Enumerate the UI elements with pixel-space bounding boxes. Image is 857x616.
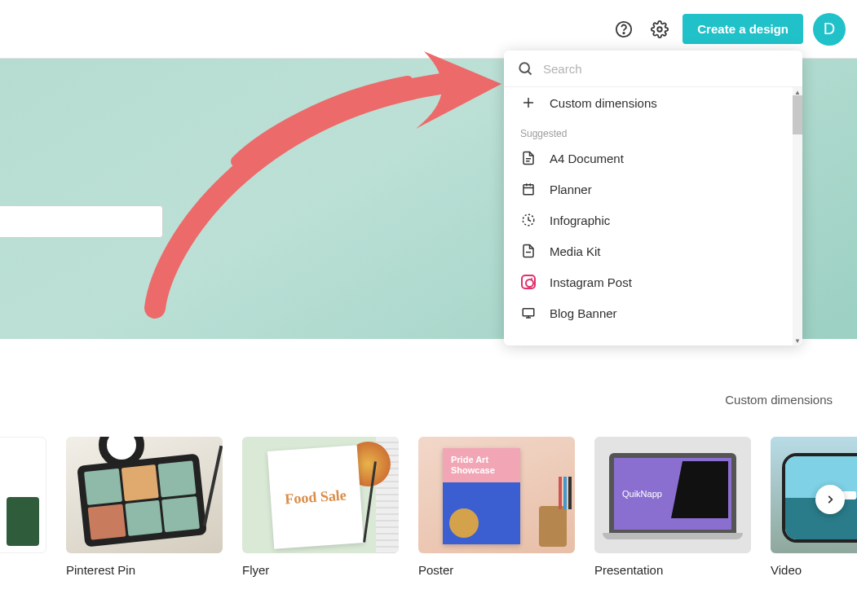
template-label: Presentation — [594, 563, 751, 577]
template-card-presentation[interactable]: QuikNapp Presentation — [594, 437, 751, 577]
presentation-sample-title: QuikNapp — [622, 489, 662, 499]
avatar[interactable]: D — [813, 13, 846, 46]
search-icon — [517, 60, 533, 77]
template-card-video[interactable]: Video — [771, 437, 857, 577]
template-row: Pinterest Pin Food Sale Flyer Pride Art … — [0, 437, 857, 577]
document-icon — [520, 150, 537, 166]
suggested-item-label: Planner — [550, 183, 592, 196]
poster-sample-title: Pride Art Showcase — [451, 455, 520, 476]
infographic-icon — [520, 212, 537, 228]
svg-point-1 — [624, 32, 625, 33]
create-design-button[interactable]: Create a design — [683, 14, 803, 44]
template-thumbnail — [66, 437, 223, 553]
suggested-item-infographic[interactable]: Infographic — [504, 205, 802, 235]
svg-point-3 — [519, 63, 529, 73]
suggested-item-label: Infographic — [550, 213, 610, 227]
template-thumbnail: Food Sale — [242, 437, 399, 553]
dropdown-search-row — [504, 51, 802, 87]
suggested-item-label: Instagram Post — [550, 275, 632, 289]
svg-line-4 — [528, 71, 531, 74]
scroll-down-arrow-icon[interactable]: ▼ — [793, 336, 802, 345]
planner-icon — [520, 181, 537, 197]
template-label: Pinterest Pin — [66, 563, 223, 577]
suggested-item-label: Blog Banner — [550, 306, 617, 320]
gear-icon[interactable] — [647, 16, 673, 42]
custom-dimensions-label: Custom dimensions — [550, 96, 657, 110]
dropdown-search-input[interactable] — [543, 62, 789, 76]
hero-search-box[interactable] — [0, 205, 163, 238]
instagram-icon — [520, 274, 537, 290]
suggested-section-label: Suggested — [504, 118, 802, 143]
custom-dimensions-item[interactable]: Custom dimensions — [504, 87, 802, 118]
suggested-item-instagram-post[interactable]: Instagram Post — [504, 266, 802, 297]
custom-dimensions-link[interactable]: Custom dimensions — [725, 393, 833, 407]
suggested-item-blog-banner[interactable]: Blog Banner — [504, 297, 802, 328]
blog-banner-icon — [520, 305, 537, 321]
template-card-pinterest-pin[interactable]: Pinterest Pin — [66, 437, 223, 577]
suggested-item-label: A4 Document — [550, 152, 624, 165]
template-card[interactable] — [0, 437, 46, 563]
svg-rect-15 — [523, 309, 534, 316]
template-label: Flyer — [242, 563, 399, 577]
template-thumbnail: QuikNapp — [594, 437, 751, 553]
suggested-item-planner[interactable]: Planner — [504, 174, 802, 205]
help-icon[interactable] — [611, 16, 637, 42]
scrollbar-thumb[interactable] — [793, 95, 802, 134]
plus-icon — [520, 95, 537, 111]
scrollbar-track[interactable]: ▲ ▼ — [793, 87, 802, 345]
carousel-next-button[interactable] — [815, 485, 845, 514]
suggested-item-a4-document[interactable]: A4 Document — [504, 143, 802, 174]
svg-point-2 — [658, 27, 663, 32]
suggested-item-media-kit[interactable]: Media Kit — [504, 235, 802, 266]
create-design-dropdown: ▲ ▼ Custom dimensions Suggested A4 Docum… — [504, 51, 802, 345]
svg-rect-9 — [523, 185, 533, 195]
template-card-flyer[interactable]: Food Sale Flyer — [242, 437, 399, 577]
template-thumbnail — [0, 437, 46, 553]
template-label: Poster — [418, 563, 575, 577]
media-kit-icon — [520, 243, 537, 259]
template-label: Video — [771, 563, 857, 577]
suggested-item-label: Media Kit — [550, 244, 601, 258]
dropdown-body: ▲ ▼ Custom dimensions Suggested A4 Docum… — [504, 87, 802, 345]
template-thumbnail: Pride Art Showcase — [418, 437, 575, 553]
template-card-poster[interactable]: Pride Art Showcase Poster — [418, 437, 575, 577]
